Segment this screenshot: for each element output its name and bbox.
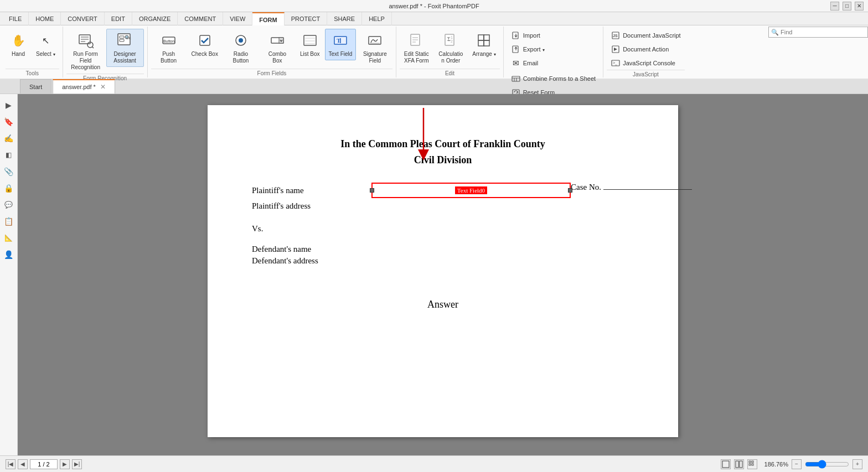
designer-icon: OK xyxy=(116,32,134,49)
status-right: 186.76% − + xyxy=(721,459,862,469)
calculation-order-label: Calculation Order xyxy=(438,51,463,64)
tab-help[interactable]: HELP xyxy=(362,12,392,25)
answer-title: Answer xyxy=(252,299,634,310)
run-form-field-button[interactable]: Run Form Field Recognition xyxy=(66,29,105,74)
edit-static-label: Edit Static XFA Form xyxy=(404,51,429,64)
svg-text:>_: >_ xyxy=(613,61,617,65)
minimize-button[interactable]: ─ xyxy=(830,2,839,11)
designer-assistant-button[interactable]: OK Designer Assistant xyxy=(106,29,144,67)
text-field-handle-left[interactable] xyxy=(370,188,374,193)
check-box-button[interactable]: Check Box xyxy=(188,29,222,60)
combo-box-icon xyxy=(268,32,286,49)
search-input[interactable] xyxy=(781,29,852,35)
sidebar-signature[interactable]: ✍ xyxy=(2,132,16,145)
sidebar-form-list[interactable]: 📋 xyxy=(2,215,16,228)
form-data-group: Import Export ▾ ✉ Email Combine Forms to… xyxy=(504,27,603,77)
svg-line-5 xyxy=(92,47,94,49)
arrange-button[interactable]: Arrange ▾ xyxy=(468,29,499,60)
tab-convert[interactable]: CONVERT xyxy=(61,12,105,25)
sidebar-user[interactable]: 👤 xyxy=(2,248,16,261)
radio-button-button[interactable]: Radio Button xyxy=(223,29,259,67)
svg-text:1: 1 xyxy=(451,35,453,39)
last-page-button[interactable]: ▶| xyxy=(72,459,82,469)
document-javascript-button[interactable]: JS Document JavaScript xyxy=(607,29,685,42)
sidebar-lock[interactable]: 🔒 xyxy=(2,181,16,195)
tab-protect[interactable]: PROTECT xyxy=(285,12,328,25)
javascript-console-icon: >_ xyxy=(611,58,621,68)
svg-rect-57 xyxy=(749,461,751,463)
export-button[interactable]: Export ▾ xyxy=(507,43,549,56)
text-field-handle-right[interactable] xyxy=(568,188,572,193)
restore-button[interactable]: □ xyxy=(843,2,851,11)
next-page-button[interactable]: ▶ xyxy=(60,459,70,469)
document-action-button[interactable]: Document Action xyxy=(607,43,673,56)
first-page-button[interactable]: |◀ xyxy=(6,459,16,469)
tab-close-icon[interactable]: ✕ xyxy=(100,84,106,90)
svg-rect-35 xyxy=(478,35,484,40)
svg-rect-37 xyxy=(478,40,484,46)
tab-home[interactable]: HOME xyxy=(29,12,61,25)
tab-file[interactable]: FILE xyxy=(2,12,29,25)
tab-edit[interactable]: EDIT xyxy=(105,12,132,25)
javascript-label: JavaScript xyxy=(607,70,685,79)
list-box-icon xyxy=(301,32,319,49)
tab-share[interactable]: SHARE xyxy=(327,12,362,25)
page-input[interactable] xyxy=(30,459,58,469)
text-field-button[interactable]: T Text Field xyxy=(325,29,356,60)
zoom-slider[interactable] xyxy=(805,461,849,468)
push-button-button[interactable]: Button Push Button xyxy=(151,29,187,67)
svg-rect-58 xyxy=(752,461,753,463)
svg-point-15 xyxy=(239,38,243,43)
case-no-label: Case No. xyxy=(571,183,601,191)
arrange-icon xyxy=(475,32,493,49)
pdf-subtitle: Civil Division xyxy=(252,154,634,166)
plaintiff-block: Plaintiff's name Text Field0 Plaintiff's… xyxy=(252,183,571,213)
check-box-icon xyxy=(196,32,214,49)
combo-box-button[interactable]: Combo Box xyxy=(260,29,295,67)
sidebar-measure[interactable]: 📐 xyxy=(2,231,16,245)
signature-field-label: Signature Field xyxy=(361,51,389,64)
view-mode-2-button[interactable] xyxy=(734,459,744,469)
edit-items: Edit Static XFA Form Σ 1 2 Calculation O… xyxy=(400,27,499,69)
tab-organize[interactable]: ORGANIZE xyxy=(132,12,178,25)
tab-answer-label: answer.pdf * xyxy=(62,80,96,94)
edit-static-xfa-button[interactable]: Edit Static XFA Form xyxy=(400,29,433,67)
javascript-console-button[interactable]: >_ JavaScript Console xyxy=(607,56,679,70)
calculation-order-button[interactable]: Σ 1 2 Calculation Order xyxy=(434,29,467,67)
text-field-label: Text Field0 xyxy=(455,186,487,194)
svg-rect-54 xyxy=(722,461,729,468)
combine-forms-button[interactable]: Combine Forms to a Sheet xyxy=(507,72,600,85)
hand-tool-button[interactable]: ✋ Hand xyxy=(6,29,31,60)
view-mode-1-button[interactable] xyxy=(721,459,731,469)
signature-field-button[interactable]: Signature Field xyxy=(357,29,392,67)
sidebar-bookmark[interactable]: 🔖 xyxy=(2,115,16,128)
tab-view[interactable]: VIEW xyxy=(223,12,252,25)
email-button[interactable]: ✉ Email xyxy=(507,56,542,70)
sidebar-layers[interactable]: ◧ xyxy=(2,148,16,162)
zoom-in-button[interactable]: + xyxy=(852,459,862,469)
left-sidebar: ▶ 🔖 ✍ ◧ 📎 🔒 💬 📋 📐 👤 xyxy=(0,94,18,455)
plaintiff-address-label: Plaintiff's address xyxy=(252,201,311,210)
signature-field-icon xyxy=(366,32,384,49)
prev-page-button[interactable]: ◀ xyxy=(18,459,28,469)
close-button[interactable]: ✕ xyxy=(855,2,864,11)
tab-start-label: Start xyxy=(29,80,42,94)
tab-form[interactable]: FORM xyxy=(252,12,284,25)
document-area[interactable]: In the Common Pleas Court of Franklin Co… xyxy=(18,94,868,455)
sidebar-comment-list[interactable]: 💬 xyxy=(2,198,16,211)
defendant-address-row: Defendant's address xyxy=(252,256,634,266)
zoom-out-button[interactable]: − xyxy=(792,459,802,469)
combine-forms-icon xyxy=(511,74,521,84)
select-tool-button[interactable]: ↖ Select ▾ xyxy=(32,29,59,60)
run-form-label: Run Form Field Recognition xyxy=(70,51,101,71)
sidebar-nav-arrow[interactable]: ▶ xyxy=(2,98,16,112)
text-field-box[interactable]: Text Field0 xyxy=(371,183,571,198)
tab-start[interactable]: Start xyxy=(20,79,51,94)
sidebar-attach[interactable]: 📎 xyxy=(2,165,16,178)
tab-answer-pdf[interactable]: answer.pdf * ✕ xyxy=(53,79,115,94)
view-mode-3-button[interactable] xyxy=(747,459,757,469)
list-box-button[interactable]: List Box xyxy=(296,29,324,60)
import-button[interactable]: Import xyxy=(507,29,544,42)
tab-comment[interactable]: COMMENT xyxy=(178,12,223,25)
svg-rect-43 xyxy=(512,76,520,81)
